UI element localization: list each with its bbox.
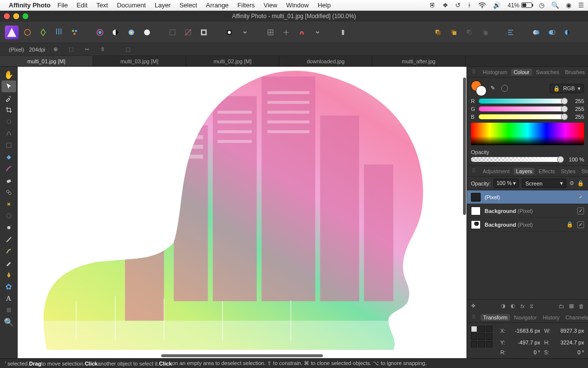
- g-slider[interactable]: [479, 106, 565, 111]
- layer-visible-checkbox[interactable]: ✓: [577, 221, 584, 228]
- horizontal-scrollbar[interactable]: [161, 354, 323, 357]
- transform-r[interactable]: 0 °: [534, 349, 540, 355]
- persona-develop-button[interactable]: [36, 26, 50, 39]
- window-close-button[interactable]: [4, 13, 10, 19]
- doc-tab-4[interactable]: multi_after.jpg: [372, 56, 466, 66]
- bw-button[interactable]: [109, 26, 122, 39]
- anchor-grid[interactable]: [471, 326, 492, 347]
- document-page[interactable]: [18, 67, 466, 358]
- layer-settings-icon[interactable]: ⚙: [569, 180, 574, 186]
- menu-view[interactable]: View: [264, 1, 277, 9]
- ctx-align-h-icon[interactable]: ⇿: [81, 44, 92, 55]
- arrange-front-button[interactable]: [431, 26, 445, 39]
- eyedropper-tool[interactable]: [1, 92, 16, 104]
- eraser-tool[interactable]: [1, 175, 16, 186]
- arrange-backward-button[interactable]: [463, 26, 476, 39]
- text-tool[interactable]: A: [1, 292, 16, 304]
- window-minimize-button[interactable]: [13, 13, 19, 19]
- sample-swatch[interactable]: [501, 85, 508, 92]
- menu-text[interactable]: Text: [97, 1, 108, 9]
- panel-grip-icon[interactable]: ⠿: [470, 69, 478, 75]
- tab-swatches[interactable]: Swatches: [534, 69, 562, 75]
- tab-styles[interactable]: Styles: [559, 168, 578, 174]
- tab-colour[interactable]: Colour: [511, 69, 532, 76]
- subtract-mask-button[interactable]: [561, 26, 574, 39]
- shield-icon[interactable]: ⛨: [429, 1, 436, 9]
- b-slider[interactable]: [479, 114, 565, 119]
- selection-brush-tool[interactable]: [1, 116, 16, 128]
- layer-item-1[interactable]: Background (Pixel) ✓: [467, 204, 588, 218]
- doc-tab-0[interactable]: multi_01.jpg [M]: [0, 56, 93, 66]
- timemachine-icon[interactable]: ↺: [455, 1, 461, 9]
- ctx-align-v-icon[interactable]: ⇳: [97, 44, 108, 55]
- vertical-scrollbar[interactable]: [463, 78, 466, 215]
- colour-mode-select[interactable]: 🔒 RGB▾: [550, 84, 584, 93]
- fill-tool[interactable]: [1, 151, 16, 163]
- dropdown-icon[interactable]: [238, 26, 252, 39]
- hsl-button[interactable]: [124, 26, 138, 39]
- arrange-forward-button[interactable]: [447, 26, 461, 39]
- persona-tone-button[interactable]: [52, 26, 66, 39]
- pencil-tool[interactable]: [1, 257, 16, 269]
- flood-select-tool[interactable]: [1, 128, 16, 139]
- tab-stock[interactable]: Stock: [579, 168, 588, 174]
- doc-tab-2[interactable]: multi_02.jpg [M]: [186, 56, 279, 66]
- wifi-icon[interactable]: [478, 2, 486, 8]
- tab-adjustment[interactable]: Adjustment: [481, 168, 512, 174]
- pen-tool[interactable]: [1, 269, 16, 281]
- move-tool[interactable]: [1, 80, 16, 92]
- r-value[interactable]: 255: [568, 98, 584, 104]
- heal-tool[interactable]: [1, 198, 16, 210]
- crop-tool[interactable]: [1, 104, 16, 116]
- r-slider[interactable]: [479, 99, 565, 104]
- retouch-tool[interactable]: [1, 245, 16, 257]
- menu-document[interactable]: Document: [117, 1, 146, 9]
- add-layer-icon[interactable]: ▦: [569, 303, 574, 309]
- tab-transform[interactable]: Transform: [481, 314, 510, 321]
- settings-icon[interactable]: ✿: [1, 281, 16, 292]
- transform-x[interactable]: -1683.6 px: [515, 328, 540, 334]
- menu-layer[interactable]: Layer: [155, 1, 171, 9]
- opacity-slider[interactable]: [471, 157, 562, 162]
- tab-history[interactable]: History: [541, 315, 562, 320]
- transform-w[interactable]: 8927.3 px: [561, 328, 584, 334]
- hue-box[interactable]: [471, 123, 584, 145]
- app-name[interactable]: Affinity Photo: [9, 1, 50, 9]
- layer-visible-checkbox[interactable]: ✓: [577, 194, 584, 201]
- group-icon[interactable]: 🗀: [559, 303, 564, 309]
- g-value[interactable]: 255: [568, 106, 584, 112]
- opacity-value[interactable]: 100 %: [564, 157, 584, 162]
- canvas-area[interactable]: [18, 67, 466, 358]
- color-balance-button[interactable]: [93, 26, 107, 39]
- window-zoom-button[interactable]: [23, 13, 28, 19]
- menu-filters[interactable]: Filters: [238, 1, 255, 9]
- transform-y[interactable]: -497.7 px: [518, 340, 540, 345]
- menu-window[interactable]: Window: [286, 1, 309, 9]
- arrange-back-button[interactable]: [478, 26, 492, 39]
- b-value[interactable]: 255: [568, 114, 584, 120]
- clock-icon[interactable]: ◷: [539, 1, 544, 9]
- marquee-button[interactable]: [166, 26, 179, 39]
- battery-indicator[interactable]: 41%: [508, 2, 532, 9]
- soft-proof-button[interactable]: [140, 26, 154, 39]
- smudge-tool[interactable]: [1, 234, 16, 245]
- assistant-button[interactable]: [336, 26, 350, 39]
- menu-select[interactable]: Select: [179, 1, 197, 9]
- blend-mode-select[interactable]: Screen▾: [522, 179, 566, 188]
- ctx-bounds-icon[interactable]: ⬚: [66, 44, 76, 55]
- spotlight-icon[interactable]: 🔍: [551, 1, 559, 9]
- tab-histogram[interactable]: Histogram: [481, 69, 509, 75]
- clone-tool[interactable]: [1, 186, 16, 198]
- grid-tool[interactable]: [1, 304, 16, 316]
- brush-tool[interactable]: [1, 163, 16, 175]
- menu-file[interactable]: File: [57, 1, 68, 9]
- delete-layer-icon[interactable]: 🗑: [579, 303, 584, 309]
- grid-button[interactable]: [264, 26, 277, 39]
- quickmask-button[interactable]: [222, 26, 236, 39]
- hand-tool[interactable]: ✋: [1, 69, 16, 80]
- tab-navigator[interactable]: Navigator: [512, 315, 539, 320]
- intersect-mask-button[interactable]: [545, 26, 559, 39]
- mask-icon[interactable]: ◑: [501, 303, 506, 309]
- transform-s[interactable]: 0 °: [577, 349, 584, 355]
- layer-opacity-input[interactable]: 100 % ▾: [493, 179, 519, 188]
